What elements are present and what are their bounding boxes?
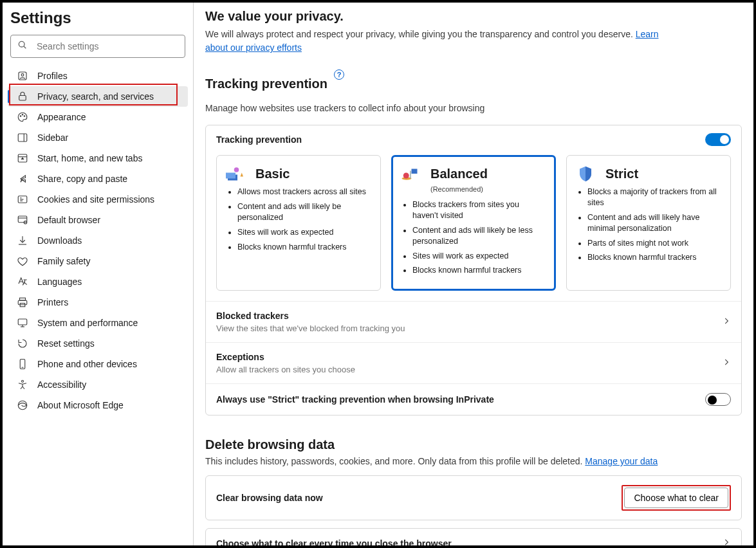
sidebar-item-sidebar[interactable]: Sidebar [8, 127, 188, 148]
info-icon[interactable]: ? [334, 69, 344, 80]
bullet: Sites will work as expected [412, 251, 546, 262]
svg-rect-8 [18, 134, 27, 142]
default-browser-icon [17, 214, 28, 226]
bullet: Blocks a majority of trackers from all s… [587, 187, 721, 208]
sidebar-item-privacy-search-and-services[interactable]: Privacy, search, and services [8, 86, 188, 107]
svg-point-30 [22, 380, 24, 382]
sidebar-item-profiles[interactable]: Profiles [8, 66, 188, 86]
languages-icon [17, 276, 28, 288]
tracking-master-toggle[interactable] [705, 133, 731, 146]
blocked-trackers-sub: View the sites that we've blocked from t… [216, 324, 405, 333]
sidebar-item-default-browser[interactable]: Default browser [8, 210, 188, 230]
clear-now-title: Clear browsing data now [216, 493, 323, 503]
settings-window: Settings ProfilesPrivacy, search, and se… [0, 0, 756, 548]
tracking-level-balanced[interactable]: Balanced (Recommended) Blocks trackers f… [391, 155, 556, 291]
basic-title: Basic [255, 167, 290, 181]
sidebar-item-family-safety[interactable]: Family safety [8, 251, 188, 271]
sidebar-item-label: Profiles [37, 71, 68, 81]
svg-rect-33 [226, 173, 235, 179]
sidebar-item-downloads[interactable]: Downloads [8, 230, 188, 251]
manage-data-link[interactable]: Manage your data [585, 456, 658, 466]
balanced-icon [401, 165, 420, 183]
sidebar-item-share-copy-and-paste[interactable]: Share, copy and paste [8, 169, 188, 189]
tracking-level-basic[interactable]: Basic Allows most trackers across all si… [216, 155, 381, 291]
phone-icon [17, 358, 28, 370]
strict-inprivate-row: Always use "Strict" tracking prevention … [206, 383, 741, 415]
strict-inprivate-toggle[interactable] [705, 393, 731, 406]
exceptions-title: Exceptions [216, 352, 355, 362]
sidebar-item-label: Accessibility [37, 379, 86, 390]
balanced-title: Balanced [430, 167, 488, 181]
system-icon [17, 317, 28, 329]
clear-on-close-box[interactable]: Choose what to clear every time you clos… [205, 528, 742, 545]
svg-rect-37 [410, 171, 411, 179]
search-settings[interactable] [10, 35, 185, 58]
sidebar-item-languages[interactable]: Languages [8, 271, 188, 292]
svg-point-34 [234, 167, 239, 172]
chevron-right-icon [722, 538, 731, 545]
page-title: Settings [8, 8, 188, 32]
share-icon [17, 173, 28, 185]
main-content[interactable]: We value your privacy. We will always pr… [194, 3, 753, 545]
sidebar-item-label: Sidebar [37, 132, 68, 143]
svg-point-6 [22, 114, 23, 116]
family-icon [17, 255, 28, 267]
blocked-trackers-row[interactable]: Blocked trackers View the sites that we'… [206, 301, 741, 342]
strict-inprivate-title: Always use "Strict" tracking prevention … [216, 394, 494, 405]
svg-point-5 [20, 116, 21, 117]
sidebar-item-label: Appearance [37, 112, 86, 122]
choose-what-to-clear-button[interactable]: Choose what to clear [624, 488, 728, 508]
chevron-right-icon [722, 358, 731, 369]
sidebar-item-label: System and performance [37, 318, 138, 328]
bullet: Blocks known harmful trackers [237, 242, 371, 253]
chevron-right-icon [722, 316, 731, 328]
bullet: Content and ads will likely be less pers… [412, 225, 546, 247]
svg-rect-23 [18, 300, 27, 305]
sidebar-item-reset-settings[interactable]: Reset settings [8, 333, 188, 354]
cookies-icon [17, 194, 28, 205]
exceptions-row[interactable]: Exceptions Allow all trackers on sites y… [206, 342, 741, 383]
tracking-desc: Manage how websites use trackers to coll… [205, 103, 742, 113]
sidebar-item-start-home-and-new-tabs[interactable]: Start, home, and new tabs [8, 148, 188, 169]
svg-point-7 [24, 116, 25, 117]
svg-point-3 [21, 74, 24, 77]
sidebar-item-appearance[interactable]: Appearance [8, 107, 188, 127]
sidebar-item-system-and-performance[interactable]: System and performance [8, 313, 188, 333]
sidebar-item-label: Phone and other devices [37, 359, 137, 369]
sidebar-item-label: Privacy, search, and services [37, 91, 154, 102]
appearance-icon [17, 111, 28, 123]
bullet: Blocks trackers from sites you haven't v… [412, 199, 546, 221]
sidebar-item-label: Reset settings [37, 338, 95, 349]
sidebar-item-label: Share, copy and paste [37, 174, 127, 184]
sidebar-item-label: Start, home, and new tabs [37, 153, 142, 163]
sidebar-item-phone-and-other-devices[interactable]: Phone and other devices [8, 354, 188, 374]
sidebar-item-about-microsoft-edge[interactable]: About Microsoft Edge [8, 395, 188, 416]
profile-icon [17, 70, 28, 82]
sidebar-item-label: Languages [37, 277, 82, 287]
search-input[interactable] [35, 41, 178, 52]
sidebar-item-label: About Microsoft Edge [37, 400, 124, 410]
downloads-icon [17, 235, 28, 246]
bullet: Content and ads will likely be personali… [237, 201, 371, 223]
highlight-box-button: Choose what to clear [622, 485, 731, 511]
sidebar-item-accessibility[interactable]: Accessibility [8, 374, 188, 395]
tracking-level-strict[interactable]: Strict Blocks a majority of trackers fro… [566, 155, 731, 291]
sidebar-icon [17, 132, 28, 143]
svg-rect-39 [412, 169, 418, 174]
reset-icon [17, 338, 28, 349]
basic-bullets: Allows most trackers across all sitesCon… [226, 187, 371, 252]
strict-bullets: Blocks a majority of trackers from all s… [576, 187, 721, 263]
clear-now-box: Clear browsing data now Choose what to c… [205, 475, 742, 520]
sidebar-item-printers[interactable]: Printers [8, 292, 188, 313]
privacy-desc: We will always protect and respect your … [205, 28, 668, 55]
edge-icon [17, 399, 28, 411]
svg-rect-25 [18, 319, 27, 325]
tracking-heading: Tracking prevention [205, 77, 327, 91]
sidebar-item-cookies-and-site-permissions[interactable]: Cookies and site permissions [8, 189, 188, 210]
svg-rect-17 [18, 216, 27, 223]
sidebar-item-label: Cookies and site permissions [37, 194, 154, 205]
balanced-bullets: Blocks trackers from sites you haven't v… [401, 199, 546, 276]
svg-line-1 [24, 46, 26, 48]
svg-point-0 [19, 41, 24, 47]
printers-icon [17, 297, 28, 308]
